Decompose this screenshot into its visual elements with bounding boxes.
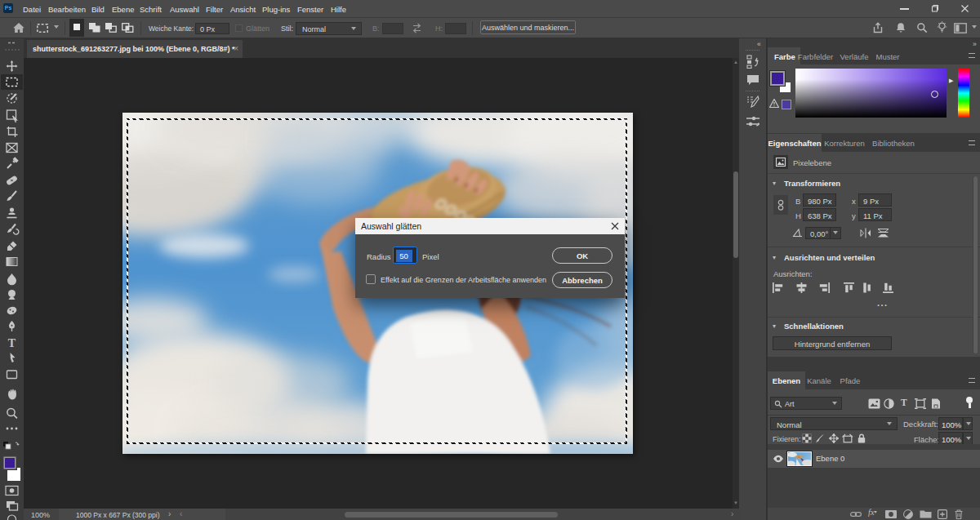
svg-text:T: T (8, 337, 16, 349)
